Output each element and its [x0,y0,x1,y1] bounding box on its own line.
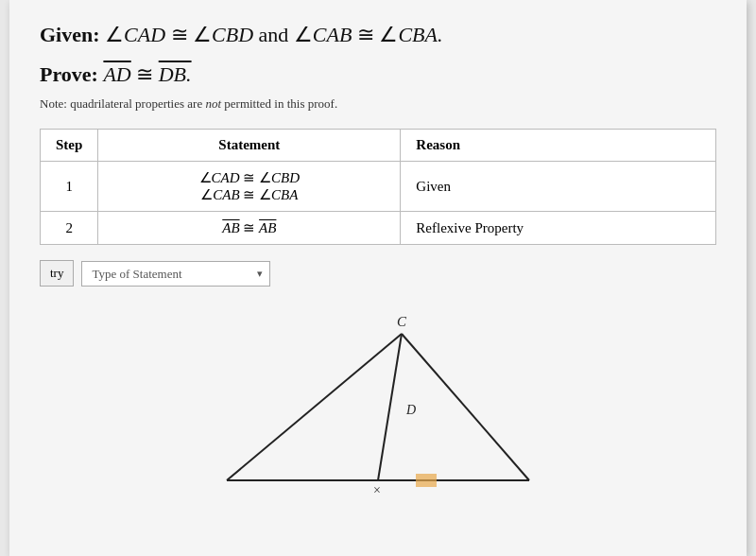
reason-2: Reflexive Property [401,212,716,245]
col-header-statement: Statement [98,130,401,162]
svg-line-3 [378,334,402,480]
c-vertex-label: C [397,314,407,329]
step-1: 1 [41,162,98,212]
svg-line-0 [227,334,402,480]
col-header-step: Step [41,130,98,162]
statement-2: AB ≅ AB [98,212,401,245]
given-label: Given: [40,23,100,46]
d-vertex-label: D [405,403,416,417]
try-row: try Type of Statement ▾ [40,260,716,287]
statement-1: ∠CAD ≅ ∠CBD ∠CAB ≅ ∠CBA [98,162,401,212]
col-header-reason: Reason [401,130,716,162]
main-page: Given: ∠CAD ≅ ∠CBD and ∠CAB ≅ ∠CBA. Prov… [9,0,747,556]
prove-line: Prove: AD ≅ DB. [40,62,716,87]
prove-label: Prove: [40,62,98,86]
svg-line-1 [402,334,529,480]
type-dropdown-wrapper: Type of Statement ▾ [81,261,270,287]
type-of-statement-dropdown[interactable]: Type of Statement [81,261,270,287]
table-row: 2 AB ≅ AB Reflexive Property [41,212,716,245]
x-label: × [373,483,381,495]
try-button[interactable]: try [40,260,74,287]
svg-rect-4 [416,474,437,487]
diagram-area: × C D [40,305,716,495]
given-line: Given: ∠CAD ≅ ∠CBD and ∠CAB ≅ ∠CBA. [40,23,716,47]
reason-1: Given [401,162,716,212]
triangle-diagram: × C D [198,305,558,495]
table-row: 1 ∠CAD ≅ ∠CBD ∠CAB ≅ ∠CBA Given [41,162,716,212]
proof-table: Step Statement Reason 1 ∠CAD ≅ ∠CBD ∠CAB… [40,129,716,245]
note-line: Note: quadrilateral properties are not p… [40,96,716,112]
step-2: 2 [41,212,98,245]
